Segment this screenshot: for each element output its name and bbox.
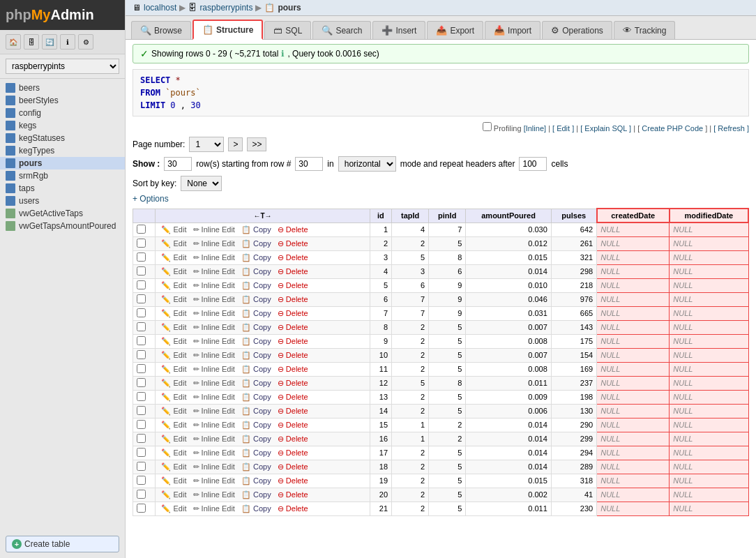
inline-edit-button[interactable]: ✏ Inline Edit: [191, 476, 237, 486]
delete-button[interactable]: ⊖ Delete: [275, 504, 310, 514]
sidebar-item-vwGetActiveTaps[interactable]: vwGetActiveTaps: [0, 207, 125, 220]
delete-button[interactable]: ⊖ Delete: [275, 378, 310, 389]
inline-edit-button[interactable]: ✏ Inline Edit: [191, 294, 237, 305]
row-checkbox[interactable]: [137, 225, 146, 234]
row-checkbox[interactable]: [137, 392, 146, 401]
sidebar-settings-icon[interactable]: ⚙: [78, 34, 93, 50]
sidebar-item-kegTypes[interactable]: kegTypes: [0, 144, 125, 157]
sidebar-item-pours[interactable]: pours: [0, 157, 125, 169]
inline-edit-button[interactable]: ✏ Inline Edit: [191, 392, 237, 402]
delete-button[interactable]: ⊖ Delete: [275, 364, 310, 375]
row-checkbox[interactable]: [137, 434, 146, 443]
row-checkbox[interactable]: [137, 280, 146, 289]
edit-button[interactable]: ✏️ Edit: [159, 392, 188, 402]
copy-button[interactable]: 📋 Copy: [239, 350, 273, 361]
col-header-tapId[interactable]: tapId: [392, 209, 429, 223]
edit-button[interactable]: ✏️ Edit: [159, 378, 188, 389]
delete-button[interactable]: ⊖ Delete: [275, 420, 310, 430]
copy-button[interactable]: 📋 Copy: [239, 252, 273, 263]
breadcrumb-host[interactable]: localhost: [144, 3, 176, 13]
delete-button[interactable]: ⊖ Delete: [275, 294, 310, 305]
delete-button[interactable]: ⊖ Delete: [275, 406, 310, 416]
inline-edit-button[interactable]: ✏ Inline Edit: [191, 266, 237, 277]
inline-edit-button[interactable]: ✏ Inline Edit: [191, 490, 237, 500]
profiling-inline-link[interactable]: [Inline]: [524, 124, 546, 133]
row-checkbox[interactable]: [137, 476, 146, 485]
delete-button[interactable]: ⊖ Delete: [275, 308, 310, 319]
sidebar-item-taps[interactable]: taps: [0, 182, 125, 195]
copy-button[interactable]: 📋 Copy: [239, 462, 273, 472]
delete-button[interactable]: ⊖ Delete: [275, 490, 310, 500]
col-header-pulses[interactable]: pulses: [551, 209, 596, 223]
edit-button[interactable]: ✏️ Edit: [159, 434, 188, 444]
mode-select[interactable]: horizontal vertical: [338, 156, 396, 172]
edit-button[interactable]: ✏️ Edit: [159, 490, 188, 500]
edit-button[interactable]: ✏️ Edit: [159, 350, 188, 361]
edit-button[interactable]: ✏️ Edit: [159, 252, 188, 263]
breadcrumb-db[interactable]: raspberrypints: [199, 3, 252, 13]
delete-button[interactable]: ⊖ Delete: [275, 322, 310, 333]
row-checkbox[interactable]: [137, 378, 146, 387]
edit-button[interactable]: ✏️ Edit: [159, 266, 188, 277]
col-header-modifiedDate[interactable]: modifiedDate: [670, 209, 748, 223]
inline-edit-button[interactable]: ✏ Inline Edit: [191, 308, 237, 319]
edit-button[interactable]: ✏️ Edit: [159, 322, 188, 333]
tab-browse[interactable]: 🔍 Browse: [131, 21, 191, 39]
copy-button[interactable]: 📋 Copy: [239, 378, 273, 389]
row-checkbox[interactable]: [137, 322, 146, 331]
copy-button[interactable]: 📋 Copy: [239, 280, 273, 291]
db-select[interactable]: raspberrypints: [6, 59, 119, 74]
page-last-button[interactable]: >>: [247, 137, 266, 151]
inline-edit-button[interactable]: ✏ Inline Edit: [191, 336, 237, 347]
edit-button[interactable]: ✏️ Edit: [159, 225, 188, 235]
copy-button[interactable]: 📋 Copy: [239, 294, 273, 305]
sidebar-item-vwGetTapsAmountPoured[interactable]: vwGetTapsAmountPoured: [0, 220, 125, 232]
edit-button[interactable]: ✏️ Edit: [159, 476, 188, 486]
copy-button[interactable]: 📋 Copy: [239, 420, 273, 430]
copy-button[interactable]: 📋 Copy: [239, 322, 273, 333]
edit-button[interactable]: ✏️ Edit: [159, 504, 188, 514]
create-table-button[interactable]: + Create table: [6, 536, 119, 552]
delete-button[interactable]: ⊖ Delete: [275, 239, 310, 249]
edit-button[interactable]: ✏️ Edit: [159, 448, 188, 458]
sidebar-item-kegs[interactable]: kegs: [0, 119, 125, 132]
sidebar-item-kegStatuses[interactable]: kegStatuses: [0, 132, 125, 144]
page-next-button[interactable]: >: [228, 137, 243, 151]
tab-tracking[interactable]: 👁 Tracking: [614, 21, 676, 39]
delete-button[interactable]: ⊖ Delete: [275, 280, 310, 291]
row-checkbox[interactable]: [137, 252, 146, 262]
edit-button[interactable]: ✏️ Edit: [159, 336, 188, 347]
inline-edit-button[interactable]: ✏ Inline Edit: [191, 434, 237, 444]
row-checkbox[interactable]: [137, 294, 146, 303]
profiling-explain-link[interactable]: [ Explain SQL ]: [580, 124, 631, 133]
sidebar-reload-icon[interactable]: 🔄: [42, 34, 57, 50]
row-checkbox[interactable]: [137, 406, 146, 415]
inline-edit-button[interactable]: ✏ Inline Edit: [191, 448, 237, 458]
edit-button[interactable]: ✏️ Edit: [159, 406, 188, 416]
col-header-pinId[interactable]: pinId: [429, 209, 466, 223]
inline-edit-button[interactable]: ✏ Inline Edit: [191, 462, 237, 472]
delete-button[interactable]: ⊖ Delete: [275, 266, 310, 277]
copy-button[interactable]: 📋 Copy: [239, 225, 273, 235]
row-checkbox[interactable]: [137, 420, 146, 429]
delete-button[interactable]: ⊖ Delete: [275, 252, 310, 263]
profiling-createphp-link[interactable]: Create PHP Code: [642, 124, 703, 133]
tab-structure[interactable]: 📋 Structure: [192, 20, 263, 40]
profiling-refresh-link[interactable]: [ Refresh ]: [713, 124, 749, 133]
edit-button[interactable]: ✏️ Edit: [159, 462, 188, 472]
edit-button[interactable]: ✏️ Edit: [159, 420, 188, 430]
delete-button[interactable]: ⊖ Delete: [275, 462, 310, 472]
delete-button[interactable]: ⊖ Delete: [275, 448, 310, 458]
row-checkbox[interactable]: [137, 336, 146, 345]
tab-operations[interactable]: ⚙ Operations: [542, 21, 612, 39]
row-checkbox[interactable]: [137, 350, 146, 359]
edit-button[interactable]: ✏️ Edit: [159, 294, 188, 305]
tab-export[interactable]: 📤 Export: [427, 21, 483, 39]
copy-button[interactable]: 📋 Copy: [239, 266, 273, 277]
copy-button[interactable]: 📋 Copy: [239, 476, 273, 486]
sidebar-item-srmRgb[interactable]: srmRgb: [0, 169, 125, 182]
tab-import[interactable]: 📥 Import: [485, 21, 540, 39]
row-checkbox[interactable]: [137, 364, 146, 373]
col-header-createdDate[interactable]: createdDate: [597, 209, 670, 223]
inline-edit-button[interactable]: ✏ Inline Edit: [191, 225, 237, 235]
